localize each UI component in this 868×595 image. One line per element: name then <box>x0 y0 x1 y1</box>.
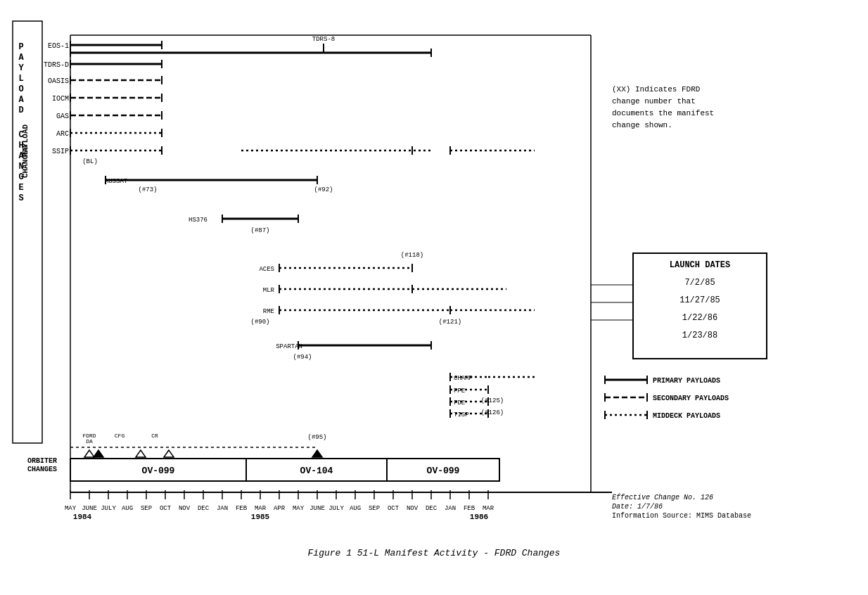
svg-text:H: H <box>18 141 23 151</box>
svg-text:1984: 1984 <box>73 513 92 521</box>
svg-text:APR: APR <box>274 505 286 512</box>
svg-text:LAUNCH DATES: LAUNCH DATES <box>670 260 730 270</box>
svg-text:OV-099: OV-099 <box>427 466 460 476</box>
svg-text:MLR: MLR <box>263 287 275 294</box>
svg-text:7/2/85: 7/2/85 <box>684 278 715 288</box>
svg-text:1985: 1985 <box>251 513 270 521</box>
svg-marker-170 <box>312 450 322 457</box>
svg-rect-0 <box>13 21 42 443</box>
svg-text:Figure 1 51-L Manifest Activit: Figure 1 51-L Manifest Activity - FDRD C… <box>308 548 561 558</box>
svg-text:CR: CR <box>151 433 158 439</box>
svg-text:SEP: SEP <box>369 505 380 512</box>
svg-text:OCT: OCT <box>160 505 172 512</box>
svg-text:Date: 1/7/86: Date: 1/7/86 <box>612 503 663 511</box>
svg-text:MAY: MAY <box>65 505 77 512</box>
svg-text:OCT: OCT <box>388 505 400 512</box>
svg-text:P: P <box>18 42 23 52</box>
svg-marker-167 <box>136 450 146 457</box>
svg-text:CFG: CFG <box>115 433 125 439</box>
svg-text:E: E <box>18 183 23 193</box>
svg-text:RME: RME <box>263 308 274 315</box>
svg-text:1/23/88: 1/23/88 <box>682 331 717 340</box>
svg-text:C: C <box>18 130 23 140</box>
svg-text:EOS-1: EOS-1 <box>48 42 69 50</box>
svg-text:(#121): (#121) <box>439 319 461 326</box>
svg-text:CHANGES: CHANGES <box>27 466 57 473</box>
svg-text:ARC: ARC <box>56 130 69 138</box>
svg-text:JULY: JULY <box>101 505 116 512</box>
svg-marker-165 <box>94 450 103 457</box>
svg-text:A: A <box>18 53 24 63</box>
svg-text:AUG: AUG <box>122 505 133 512</box>
svg-marker-164 <box>84 450 94 457</box>
svg-text:CHAMP: CHAMP <box>454 375 473 382</box>
svg-text:(#87): (#87) <box>250 227 269 234</box>
svg-text:MAY: MAY <box>293 505 305 512</box>
svg-text:FEB: FEB <box>464 505 476 512</box>
svg-text:A: A <box>18 151 24 161</box>
svg-text:Information Source: MIMS Datab: Information Source: MIMS Database <box>612 512 751 520</box>
svg-text:FEB: FEB <box>236 505 248 512</box>
svg-text:IOCM: IOCM <box>52 95 69 103</box>
svg-text:(XX) Indicates FDRD: (XX) Indicates FDRD <box>612 85 701 94</box>
svg-text:DEC: DEC <box>198 505 210 512</box>
svg-text:(#95): (#95) <box>307 434 326 441</box>
svg-marker-169 <box>164 450 174 457</box>
svg-text:OV-099: OV-099 <box>142 466 175 476</box>
svg-text:OASIS: OASIS <box>48 77 69 85</box>
svg-text:(#118): (#118) <box>401 252 423 259</box>
svg-text:D: D <box>18 105 23 115</box>
svg-text:JAN: JAN <box>217 505 228 512</box>
svg-text:SECONDARY PAYLOADS: SECONDARY PAYLOADS <box>653 395 729 402</box>
svg-text:11/27/85: 11/27/85 <box>679 295 720 305</box>
svg-text:AUG: AUG <box>350 505 361 512</box>
svg-text:Effective Change No. 126: Effective Change No. 126 <box>612 494 713 501</box>
svg-text:Y: Y <box>18 63 24 73</box>
svg-text:MAR: MAR <box>255 505 267 512</box>
svg-text:documents the manifest: documents the manifest <box>612 109 714 117</box>
svg-text:ORBITER: ORBITER <box>27 457 57 465</box>
svg-text:N: N <box>18 162 23 172</box>
svg-text:TISP: TISP <box>454 411 469 418</box>
svg-text:MIDDECK PAYLOADS: MIDDECK PAYLOADS <box>653 412 720 420</box>
svg-text:PPE: PPE <box>454 388 465 395</box>
svg-text:(#90): (#90) <box>250 319 269 326</box>
svg-text:(#94): (#94) <box>293 354 312 361</box>
main-container: P PAYLOAD CHANGES P A Y L O A D C H A N … <box>0 0 868 595</box>
svg-text:(BL): (BL) <box>82 158 98 165</box>
svg-text:(#92): (#92) <box>314 186 333 193</box>
svg-text:OV-104: OV-104 <box>300 466 333 476</box>
chart-svg: P PAYLOAD CHANGES P A Y L O A D C H A N … <box>0 0 868 595</box>
svg-text:1/22/86: 1/22/86 <box>682 313 717 323</box>
svg-text:1986: 1986 <box>470 513 488 521</box>
svg-text:SEP: SEP <box>141 505 152 512</box>
svg-text:(#73): (#73) <box>138 186 157 193</box>
svg-text:G: G <box>18 172 23 182</box>
svg-text:NOV: NOV <box>407 505 419 512</box>
svg-text:TDRS-8: TDRS-8 <box>312 36 335 43</box>
svg-text:HS376: HS376 <box>189 217 208 224</box>
svg-text:S: S <box>18 193 23 203</box>
svg-text:JUNE: JUNE <box>82 505 97 512</box>
svg-text:SSIP: SSIP <box>52 148 69 155</box>
svg-text:JAN: JAN <box>445 505 456 512</box>
svg-text:O: O <box>18 84 23 94</box>
svg-text:ACES: ACES <box>259 266 274 273</box>
svg-text:L: L <box>18 74 23 84</box>
svg-text:A: A <box>18 95 24 105</box>
svg-text:(#125): (#125) <box>481 397 504 404</box>
svg-text:JULY: JULY <box>328 505 344 512</box>
svg-text:PRIMARY PAYLOADS: PRIMARY PAYLOADS <box>653 377 720 385</box>
svg-text:change shown.: change shown. <box>612 121 672 129</box>
svg-text:FDE: FDE <box>454 399 465 407</box>
svg-text:MAR: MAR <box>483 505 494 512</box>
svg-text:JUNE: JUNE <box>309 505 325 512</box>
svg-text:(#126): (#126) <box>481 409 504 416</box>
svg-text:GAS: GAS <box>56 113 69 120</box>
svg-text:DA: DA <box>86 438 93 444</box>
svg-text:NOV: NOV <box>179 505 191 512</box>
svg-text:TDRS-D: TDRS-D <box>44 61 69 69</box>
svg-text:DEC: DEC <box>426 505 438 512</box>
svg-text:change number that: change number that <box>612 97 696 105</box>
